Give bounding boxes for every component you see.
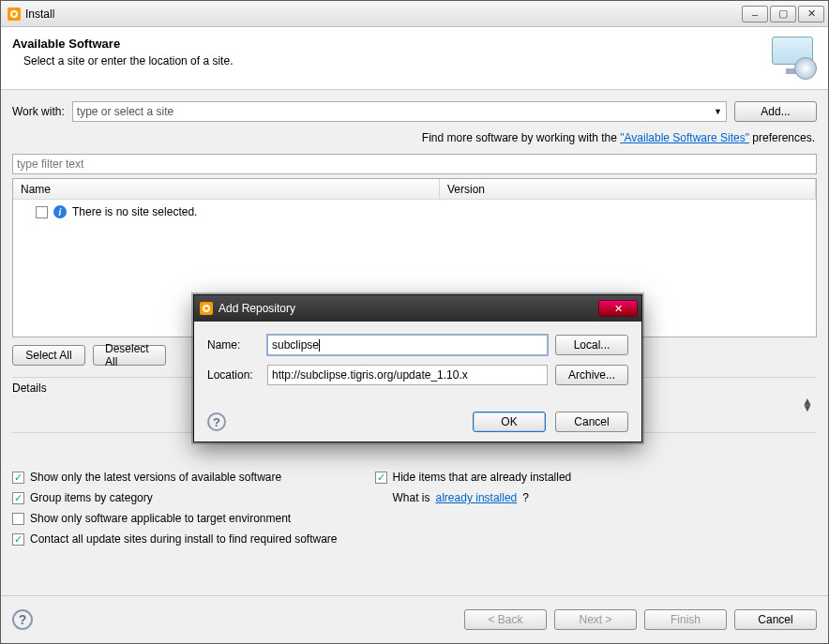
archive-button[interactable]: Archive...	[555, 365, 628, 385]
opt-contact-checkbox[interactable]	[12, 533, 24, 546]
select-all-button[interactable]: Select All	[12, 345, 85, 366]
minimize-button[interactable]: –	[742, 6, 768, 22]
maximize-button[interactable]: ▢	[770, 6, 796, 22]
dialog-title: Add Repository	[219, 302, 295, 315]
add-repository-dialog: Add Repository ✕ Name: subclipse Local..…	[193, 294, 642, 442]
workwith-placeholder: type or select a site	[77, 105, 173, 118]
dialog-cancel-button[interactable]: Cancel	[555, 412, 628, 432]
gear-icon	[200, 302, 213, 315]
col-name[interactable]: Name	[13, 179, 440, 199]
opt-latest-checkbox[interactable]	[12, 472, 24, 484]
dialog-close-button[interactable]: ✕	[598, 300, 638, 317]
deselect-all-button[interactable]: Deselect All	[93, 345, 166, 366]
name-input[interactable]: subclipse	[267, 335, 548, 355]
col-version[interactable]: Version	[440, 179, 816, 199]
empty-message: There is no site selected.	[72, 205, 197, 218]
close-button[interactable]: ✕	[798, 6, 824, 22]
gear-icon	[7, 7, 22, 22]
help-icon[interactable]: ?	[207, 412, 226, 431]
page-subtitle: Select a site or enter the location of a…	[12, 54, 233, 67]
page-title: Available Software	[12, 37, 233, 51]
cancel-button[interactable]: Cancel	[734, 609, 817, 630]
filter-input[interactable]: type filter text	[12, 154, 817, 174]
help-icon[interactable]: ?	[12, 609, 33, 630]
workwith-label: Work with:	[12, 105, 65, 118]
sites-hint: Find more software by working with the "…	[12, 126, 817, 154]
back-button[interactable]: < Back	[464, 609, 547, 630]
install-window: Install – ▢ ✕ Available Software Select …	[0, 0, 829, 644]
dialog-titlebar[interactable]: Add Repository ✕	[194, 295, 641, 322]
local-button[interactable]: Local...	[555, 335, 628, 355]
name-label: Name:	[207, 338, 260, 352]
chevron-down-icon[interactable]: ▼	[714, 107, 722, 116]
already-installed-link[interactable]: already installed	[436, 491, 518, 504]
install-icon	[768, 37, 817, 80]
wizard-footer: ? < Back Next > Finish Cancel	[1, 595, 828, 643]
opt-group-checkbox[interactable]	[12, 492, 24, 504]
info-icon: i	[53, 205, 67, 218]
workwith-combo[interactable]: type or select a site ▼	[72, 101, 727, 122]
header-banner: Available Software Select a site or ente…	[1, 27, 828, 90]
titlebar[interactable]: Install – ▢ ✕	[1, 1, 828, 27]
window-title: Install	[25, 7, 742, 21]
details-spinner[interactable]: ▲▼	[802, 398, 813, 412]
opt-target-checkbox[interactable]	[12, 513, 24, 525]
tree-empty-row: i There is no site selected.	[21, 203, 808, 220]
add-button[interactable]: Add...	[734, 101, 817, 122]
finish-button[interactable]: Finish	[644, 609, 727, 630]
next-button[interactable]: Next >	[554, 609, 637, 630]
available-sites-link[interactable]: "Available Software Sites"	[620, 131, 749, 144]
dialog-ok-button[interactable]: OK	[473, 412, 546, 432]
opt-hide-checkbox[interactable]	[375, 472, 387, 484]
location-label: Location:	[207, 368, 260, 382]
row-checkbox[interactable]	[36, 206, 48, 218]
location-input[interactable]: http://subclipse.tigris.org/update_1.10.…	[267, 365, 548, 385]
